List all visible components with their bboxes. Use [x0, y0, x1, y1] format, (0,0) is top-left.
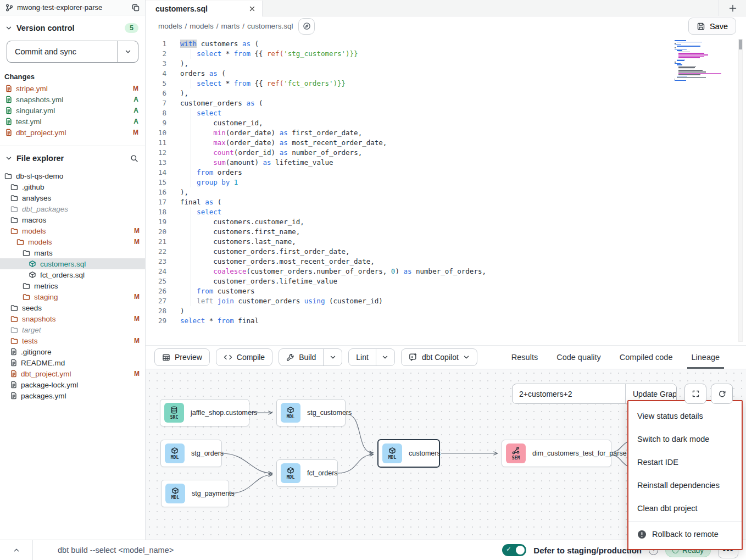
menu-item-reinstall-dependencies[interactable]: Reinstall dependencies — [628, 474, 742, 497]
lineage-node-stg-customers[interactable]: MDL stg_customers — [276, 399, 346, 426]
breadcrumb-segment[interactable]: models — [158, 22, 182, 30]
tree-item-seeds[interactable]: seeds — [0, 302, 145, 313]
new-tab-button[interactable] — [719, 0, 746, 16]
minimap-line — [678, 70, 703, 71]
change-item[interactable]: snapshots.yml A — [0, 94, 145, 105]
minimap-line — [677, 42, 703, 43]
code-line: 19 customers.customer_id, — [146, 217, 680, 227]
menu-item-switch-to-dark-mode[interactable]: Switch to dark mode — [628, 428, 742, 451]
dbt-copilot-button[interactable]: dbt Copilot — [401, 348, 477, 366]
tree-item-models[interactable]: modelsM — [0, 236, 145, 247]
change-item[interactable]: dbt_project.yml M — [0, 127, 145, 138]
compile-button[interactable]: Compile — [216, 348, 272, 366]
tree-item-macros[interactable]: macros — [0, 214, 145, 225]
tree-item-dbt-packages[interactable]: dbt_packages — [0, 203, 145, 214]
dropdown-toggle[interactable] — [323, 349, 342, 365]
tree-item--github[interactable]: .github — [0, 181, 145, 192]
explore-lineage-button[interactable] — [298, 18, 315, 35]
file-explorer-header[interactable]: File explorer — [0, 146, 145, 168]
code-text: customer_orders.lifetime_value — [180, 276, 337, 286]
minimap-line — [678, 57, 700, 58]
breadcrumb-segment[interactable]: marts — [221, 22, 240, 30]
lineage-node-customers[interactable]: MDL customers — [377, 439, 440, 468]
tab-customers-sql[interactable]: customers.sql — [146, 1, 263, 16]
code-line: 17final as ( — [146, 197, 680, 207]
build-button[interactable]: Build — [279, 348, 342, 366]
lineage-node-fct-orders[interactable]: MDL fct_orders — [276, 459, 338, 487]
check-icon: ✓ — [506, 546, 511, 553]
code-text: count(order_id) as number_of_orders, — [180, 148, 362, 158]
tab-code-quality[interactable]: Code quality — [556, 346, 601, 369]
tree-item-analyses[interactable]: analyses — [0, 192, 145, 203]
tree-item--gitignore[interactable]: .gitignore — [0, 346, 145, 357]
commit-options-dropdown[interactable] — [118, 41, 138, 62]
tree-item-marts[interactable]: marts — [0, 247, 145, 258]
chevron-down-icon — [125, 48, 131, 55]
tree-item-readme-md[interactable]: README.md — [0, 357, 145, 368]
breadcrumb-segment[interactable]: models — [190, 22, 214, 30]
tree-item-packages-yml[interactable]: packages.yml — [0, 390, 145, 401]
fullscreen-button[interactable] — [684, 384, 706, 404]
command-input[interactable]: dbt build --select <model_name> — [33, 546, 502, 555]
tree-item-metrics[interactable]: metrics — [0, 280, 145, 291]
tree-item-staging[interactable]: stagingM — [0, 291, 145, 302]
editor-minimap[interactable] — [675, 40, 719, 81]
menu-item-rollback-to-remote[interactable]: Rollback to remote — [628, 523, 742, 546]
tree-item-models[interactable]: modelsM — [0, 225, 145, 236]
version-control-header[interactable]: Version control 5 — [0, 15, 145, 38]
tab-results[interactable]: Results — [511, 346, 538, 369]
lineage-node-stg-payments[interactable]: MDL stg_payments — [161, 480, 229, 507]
preview-button[interactable]: Preview — [154, 348, 210, 366]
tree-item-tests[interactable]: testsM — [0, 335, 145, 346]
tree-item-label: target — [22, 326, 140, 334]
change-item[interactable]: stripe.yml M — [0, 83, 145, 94]
breadcrumb-separator: / — [242, 22, 244, 30]
lineage-node-jaffle-shop-customers[interactable]: SRC jaffle_shop.customers — [160, 399, 249, 426]
tree-item-db-sl-qs-demo[interactable]: db-sl-qs-demo — [0, 170, 145, 181]
search-icon[interactable] — [130, 154, 138, 163]
close-icon[interactable] — [249, 5, 255, 12]
lineage-selector-input[interactable] — [513, 384, 625, 403]
semantic-icon — [511, 446, 520, 455]
lineage-panel: SRC jaffle_shop.customers MDL stg_custom… — [146, 369, 746, 540]
copy-icon[interactable] — [132, 4, 140, 12]
tree-item-package-lock-yml[interactable]: package-lock.yml — [0, 379, 145, 390]
menu-item-clean-dbt-project[interactable]: Clean dbt project — [628, 497, 742, 520]
expand-command-bar-button[interactable] — [0, 540, 33, 560]
tree-item-customers-sql[interactable]: customers.sql — [0, 258, 145, 269]
scrollbar-thumb[interactable] — [739, 40, 742, 49]
code-line: 24 coalesce(customer_orders.number_of_or… — [146, 267, 680, 276]
menu-item-view-status-details[interactable]: View status details — [628, 404, 742, 428]
tab-compiled-code[interactable]: Compiled code — [620, 346, 673, 369]
tree-item-dbt-project-yml[interactable]: dbt_project.ymlM — [0, 368, 145, 379]
defer-toggle[interactable]: ✓ — [502, 544, 526, 556]
code-editor[interactable]: 1with customers as (2 select * from {{ r… — [146, 36, 746, 346]
menu-item-restart-ide[interactable]: Restart IDE — [628, 451, 742, 474]
tree-item-label: snapshots — [22, 315, 130, 323]
lineage-node-stg-orders[interactable]: MDL stg_orders — [160, 440, 222, 467]
model-badge: MDL — [281, 463, 300, 483]
change-item[interactable]: test.yml A — [0, 116, 145, 127]
refresh-graph-button[interactable] — [711, 384, 733, 404]
tree-item-target[interactable]: target — [0, 324, 145, 335]
line-number: 27 — [146, 296, 166, 306]
alert-icon — [637, 530, 647, 539]
code-text: customers.first_name, — [180, 227, 300, 237]
editor-tabstrip: customers.sql — [146, 0, 746, 16]
node-label: jaffle_shop.customers — [191, 409, 257, 417]
tab-lineage[interactable]: Lineage — [692, 346, 720, 369]
tree-item-label: packages.yml — [21, 392, 140, 400]
dropdown-toggle[interactable] — [376, 349, 394, 365]
code-line: 29select * from final — [146, 316, 680, 326]
editor-scrollbar[interactable] — [738, 39, 743, 342]
save-button[interactable]: Save — [688, 18, 736, 35]
lint-button[interactable]: Lint — [348, 348, 395, 366]
tree-item-fct-orders-sql[interactable]: fct_orders.sql — [0, 269, 145, 280]
commit-and-sync-button[interactable]: Commit and sync — [7, 41, 118, 62]
breadcrumb-segment[interactable]: customers.sql — [247, 22, 293, 30]
lineage-node-dim-customers-test-for-parse[interactable]: SEM dim_customers_test_for_parse — [502, 440, 611, 467]
change-item[interactable]: singular.yml A — [0, 105, 145, 116]
model-badge: MDL — [281, 403, 300, 423]
line-number: 29 — [146, 316, 166, 326]
tree-item-snapshots[interactable]: snapshotsM — [0, 313, 145, 324]
